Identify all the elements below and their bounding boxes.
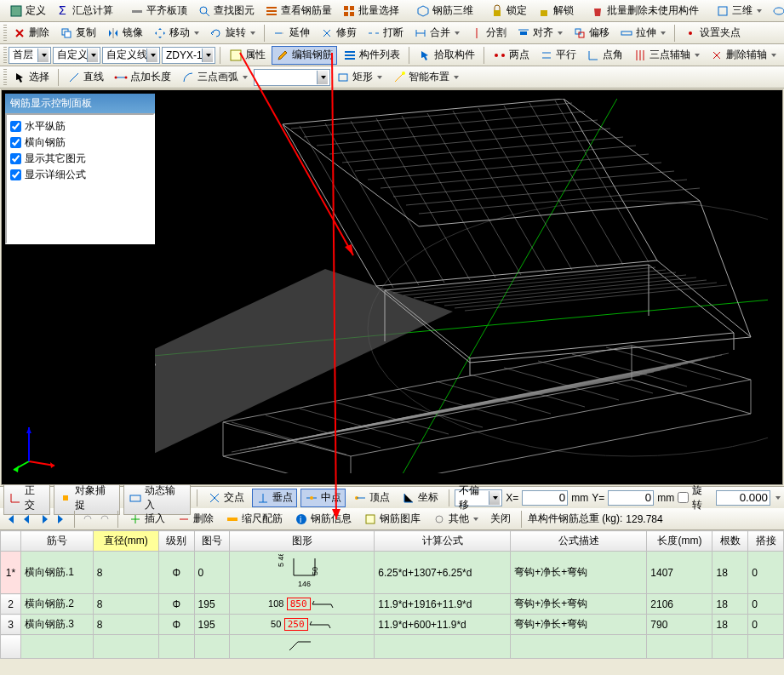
cell-name[interactable]: 横向钢筋.2 — [21, 594, 94, 615]
persp-btn[interactable]: 俯视 — [768, 2, 784, 20]
snap-btn[interactable]: 对象捕捉 — [54, 481, 120, 515]
cell-desc[interactable]: 弯钩+净长+弯钩 — [511, 594, 647, 615]
flat-btn[interactable]: 平齐板顶 — [126, 2, 192, 20]
summary-btn[interactable]: Σ汇总计算 — [52, 2, 117, 20]
trim-btn[interactable]: 修剪 — [316, 24, 361, 43]
cell-count[interactable]: 18 — [712, 594, 748, 615]
cell-len[interactable]: 790 — [647, 615, 712, 635]
close-btn[interactable]: 关闭 — [486, 510, 515, 529]
cell-lap[interactable]: 0 — [748, 615, 784, 635]
cell-len[interactable]: 2106 — [647, 594, 712, 615]
smart-btn[interactable]: 智能布置 — [388, 68, 463, 87]
redo-icon[interactable] — [98, 512, 112, 526]
merge-btn[interactable]: 合并 — [409, 24, 464, 43]
th-desc[interactable]: 公式描述 — [511, 531, 647, 552]
custom1-combo[interactable]: 自定义 — [53, 47, 100, 64]
table-row[interactable]: 2 横向钢筋.2 8 Φ 195 108 850 11.9*d+1916+11.… — [1, 594, 784, 615]
select-btn[interactable]: 选择 — [9, 68, 54, 87]
parallel-btn[interactable]: 平行 — [535, 46, 581, 65]
break-btn[interactable]: 打断 — [363, 24, 408, 43]
cell-dia[interactable]: 8 — [93, 552, 158, 594]
rebar-3d-btn[interactable]: 钢筋三维 — [412, 2, 478, 20]
cross-btn[interactable]: 交点 — [203, 489, 249, 507]
edit-rebar-btn[interactable]: 编辑钢筋 — [272, 46, 337, 65]
library-btn[interactable]: 钢筋图库 — [359, 510, 425, 529]
origin-btn[interactable]: 设置夹点 — [679, 24, 745, 43]
grip[interactable] — [3, 47, 7, 64]
cell-len[interactable]: 1407 — [647, 552, 712, 594]
add-len-btn[interactable]: 点加长度 — [110, 68, 175, 87]
unlock-btn[interactable]: 解锁 — [533, 2, 578, 20]
split-btn[interactable]: 分割 — [466, 24, 511, 43]
copy-btn[interactable]: 复制 — [55, 24, 100, 43]
define-btn[interactable]: 定义 — [5, 2, 50, 20]
viewport-3d[interactable]: 13500 钢筋显示控制面板 水平纵筋 横向钢筋 显示其它图元 显示详细公式 — [1, 89, 783, 485]
other-btn[interactable]: 其他 — [428, 510, 483, 529]
scale-btn[interactable]: 缩尺配筋 — [221, 510, 287, 529]
extend-btn[interactable]: 延伸 — [269, 24, 314, 43]
th-diameter[interactable]: 直径(mm) — [93, 531, 158, 552]
chk-transverse[interactable] — [10, 137, 21, 148]
offset-combo[interactable]: 不偏移 — [455, 489, 502, 506]
cell-formula[interactable]: 11.9*d+1916+11.9*d — [375, 594, 511, 615]
grip[interactable] — [3, 25, 7, 42]
last-icon[interactable] — [54, 512, 68, 526]
arc-btn[interactable]: 三点画弧 — [177, 68, 252, 87]
offset-btn[interactable]: 偏移 — [569, 24, 614, 43]
empty-combo[interactable] — [254, 69, 330, 86]
stretch-btn[interactable]: 拉伸 — [615, 24, 670, 43]
delete-btn[interactable]: 删除 — [9, 24, 54, 43]
cell-fig[interactable]: 195 — [194, 594, 230, 615]
mid-btn[interactable]: 中点 — [300, 489, 346, 507]
table-row[interactable]: 1* 横向钢筋.1 8 Φ 0 5 4614650 6.25*d+1307+6.… — [1, 552, 784, 594]
cell-grade[interactable]: Φ — [158, 552, 194, 594]
list-btn[interactable]: 构件列表 — [339, 46, 404, 65]
th-name[interactable]: 筋号 — [21, 531, 94, 552]
table-row[interactable]: 3 横向钢筋.3 8 Φ 195 50 250 11.9*d+600+11.9*… — [1, 615, 784, 635]
info-btn[interactable]: i钢筋信息 — [290, 510, 356, 529]
first-icon[interactable] — [3, 512, 17, 526]
grip[interactable] — [3, 69, 7, 86]
cell-shape[interactable]: 50 250 — [230, 615, 375, 635]
row-index[interactable]: 1* — [1, 552, 21, 594]
ortho-btn[interactable]: 正交 — [3, 481, 50, 515]
th-grade[interactable]: 级别 — [158, 531, 194, 552]
mirror-btn[interactable]: 镜像 — [102, 24, 147, 43]
cell-count[interactable]: 18 — [712, 552, 748, 594]
cell-grade[interactable]: Φ — [158, 615, 194, 635]
cell-dia[interactable]: 8 — [93, 615, 158, 635]
chk-horizontal[interactable] — [10, 121, 21, 132]
cell-formula[interactable]: 11.9*d+600+11.9*d — [375, 615, 511, 635]
cell-shape[interactable]: 108 850 — [230, 594, 375, 615]
th-idx[interactable] — [1, 531, 21, 552]
view-rebar-btn[interactable]: 查看钢筋量 — [260, 2, 336, 20]
cell-name[interactable]: 横向钢筋.3 — [21, 615, 94, 635]
rect-btn[interactable]: 矩形 — [332, 68, 386, 87]
th-lap[interactable]: 搭接 — [748, 531, 784, 552]
row-index[interactable]: 3 — [1, 615, 21, 635]
corner-btn[interactable]: 点角 — [582, 46, 627, 65]
delete-row-btn[interactable]: 删除 — [173, 510, 218, 529]
top-btn[interactable]: 顶点 — [349, 489, 394, 507]
cell-desc[interactable]: 弯钩+净长+弯钩 — [511, 552, 647, 594]
pick-btn[interactable]: 拾取构件 — [414, 46, 479, 65]
layer-combo[interactable]: 首层 — [9, 47, 51, 64]
coord-btn[interactable]: 坐标 — [398, 489, 443, 507]
two-pt-btn[interactable]: 两点 — [489, 46, 534, 65]
cell-fig[interactable]: 0 — [194, 552, 230, 594]
cell-dia[interactable]: 8 — [93, 594, 158, 615]
three-aux-btn[interactable]: 三点辅轴 — [629, 46, 704, 65]
rotate-chk[interactable] — [678, 492, 689, 503]
undo-icon[interactable] — [81, 512, 94, 526]
cell-lap[interactable]: 0 — [748, 552, 784, 594]
cell-lap[interactable]: 0 — [748, 594, 784, 615]
del-aux-btn[interactable]: 删除辅轴 — [706, 46, 781, 65]
lock-btn[interactable]: 锁定 — [486, 2, 531, 20]
th-count[interactable]: 根数 — [712, 531, 748, 552]
line-btn[interactable]: 直线 — [63, 68, 108, 87]
cell-shape[interactable]: 5 4614650 — [230, 552, 375, 594]
custom2-combo[interactable]: 自定义线 — [102, 47, 160, 64]
cell-formula[interactable]: 6.25*d+1307+6.25*d — [375, 552, 511, 594]
move-btn[interactable]: 移动 — [149, 24, 203, 43]
align-btn[interactable]: 对齐 — [512, 24, 567, 43]
